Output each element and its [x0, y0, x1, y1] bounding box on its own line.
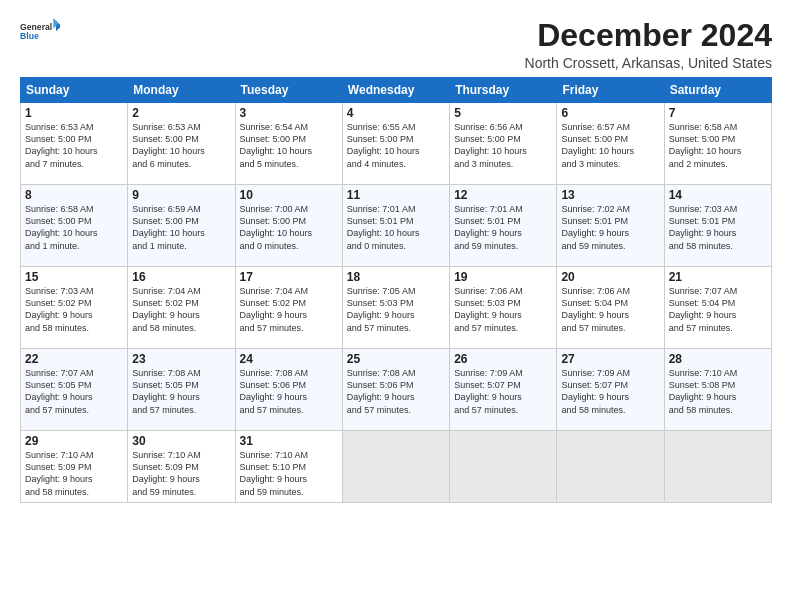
table-row: 14Sunrise: 7:03 AM Sunset: 5:01 PM Dayli… — [664, 185, 771, 267]
day-info: Sunrise: 6:54 AM Sunset: 5:00 PM Dayligh… — [240, 121, 338, 170]
day-number: 30 — [132, 434, 230, 448]
day-info: Sunrise: 6:55 AM Sunset: 5:00 PM Dayligh… — [347, 121, 445, 170]
day-number: 23 — [132, 352, 230, 366]
svg-text:Blue: Blue — [20, 31, 39, 41]
table-row: 3Sunrise: 6:54 AM Sunset: 5:00 PM Daylig… — [235, 103, 342, 185]
col-tuesday: Tuesday — [235, 78, 342, 103]
day-info: Sunrise: 6:56 AM Sunset: 5:00 PM Dayligh… — [454, 121, 552, 170]
table-row: 27Sunrise: 7:09 AM Sunset: 5:07 PM Dayli… — [557, 349, 664, 431]
day-info: Sunrise: 6:53 AM Sunset: 5:00 PM Dayligh… — [25, 121, 123, 170]
day-number: 25 — [347, 352, 445, 366]
table-row: 12Sunrise: 7:01 AM Sunset: 5:01 PM Dayli… — [450, 185, 557, 267]
table-row: 7Sunrise: 6:58 AM Sunset: 5:00 PM Daylig… — [664, 103, 771, 185]
day-info: Sunrise: 6:58 AM Sunset: 5:00 PM Dayligh… — [25, 203, 123, 252]
col-wednesday: Wednesday — [342, 78, 449, 103]
day-info: Sunrise: 7:10 AM Sunset: 5:08 PM Dayligh… — [669, 367, 767, 416]
table-row — [450, 431, 557, 503]
logo-icon: General Blue — [20, 18, 60, 46]
day-number: 14 — [669, 188, 767, 202]
day-number: 29 — [25, 434, 123, 448]
day-number: 26 — [454, 352, 552, 366]
table-row: 26Sunrise: 7:09 AM Sunset: 5:07 PM Dayli… — [450, 349, 557, 431]
table-row: 13Sunrise: 7:02 AM Sunset: 5:01 PM Dayli… — [557, 185, 664, 267]
svg-text:General: General — [20, 22, 52, 32]
day-number: 6 — [561, 106, 659, 120]
day-info: Sunrise: 7:08 AM Sunset: 5:06 PM Dayligh… — [347, 367, 445, 416]
day-number: 28 — [669, 352, 767, 366]
day-info: Sunrise: 7:03 AM Sunset: 5:02 PM Dayligh… — [25, 285, 123, 334]
col-saturday: Saturday — [664, 78, 771, 103]
header: General Blue December 2024 North Crosset… — [20, 18, 772, 71]
col-monday: Monday — [128, 78, 235, 103]
table-row: 10Sunrise: 7:00 AM Sunset: 5:00 PM Dayli… — [235, 185, 342, 267]
table-row: 20Sunrise: 7:06 AM Sunset: 5:04 PM Dayli… — [557, 267, 664, 349]
day-number: 9 — [132, 188, 230, 202]
table-row: 28Sunrise: 7:10 AM Sunset: 5:08 PM Dayli… — [664, 349, 771, 431]
table-row: 31Sunrise: 7:10 AM Sunset: 5:10 PM Dayli… — [235, 431, 342, 503]
day-number: 13 — [561, 188, 659, 202]
table-row: 11Sunrise: 7:01 AM Sunset: 5:01 PM Dayli… — [342, 185, 449, 267]
table-row — [557, 431, 664, 503]
day-info: Sunrise: 7:10 AM Sunset: 5:10 PM Dayligh… — [240, 449, 338, 498]
day-number: 21 — [669, 270, 767, 284]
day-number: 24 — [240, 352, 338, 366]
table-row: 6Sunrise: 6:57 AM Sunset: 5:00 PM Daylig… — [557, 103, 664, 185]
table-row: 23Sunrise: 7:08 AM Sunset: 5:05 PM Dayli… — [128, 349, 235, 431]
table-row: 9Sunrise: 6:59 AM Sunset: 5:00 PM Daylig… — [128, 185, 235, 267]
calendar-table: Sunday Monday Tuesday Wednesday Thursday… — [20, 77, 772, 503]
day-number: 16 — [132, 270, 230, 284]
day-number: 3 — [240, 106, 338, 120]
table-row: 16Sunrise: 7:04 AM Sunset: 5:02 PM Dayli… — [128, 267, 235, 349]
day-info: Sunrise: 7:08 AM Sunset: 5:06 PM Dayligh… — [240, 367, 338, 416]
table-row — [342, 431, 449, 503]
table-row: 29Sunrise: 7:10 AM Sunset: 5:09 PM Dayli… — [21, 431, 128, 503]
table-row — [664, 431, 771, 503]
day-info: Sunrise: 7:01 AM Sunset: 5:01 PM Dayligh… — [347, 203, 445, 252]
day-number: 27 — [561, 352, 659, 366]
day-number: 1 — [25, 106, 123, 120]
table-row: 18Sunrise: 7:05 AM Sunset: 5:03 PM Dayli… — [342, 267, 449, 349]
logo: General Blue — [20, 18, 60, 46]
day-info: Sunrise: 7:04 AM Sunset: 5:02 PM Dayligh… — [240, 285, 338, 334]
table-row: 4Sunrise: 6:55 AM Sunset: 5:00 PM Daylig… — [342, 103, 449, 185]
day-info: Sunrise: 6:57 AM Sunset: 5:00 PM Dayligh… — [561, 121, 659, 170]
day-info: Sunrise: 7:00 AM Sunset: 5:00 PM Dayligh… — [240, 203, 338, 252]
day-info: Sunrise: 7:01 AM Sunset: 5:01 PM Dayligh… — [454, 203, 552, 252]
table-row: 22Sunrise: 7:07 AM Sunset: 5:05 PM Dayli… — [21, 349, 128, 431]
table-row: 1Sunrise: 6:53 AM Sunset: 5:00 PM Daylig… — [21, 103, 128, 185]
day-number: 4 — [347, 106, 445, 120]
day-number: 11 — [347, 188, 445, 202]
table-row: 8Sunrise: 6:58 AM Sunset: 5:00 PM Daylig… — [21, 185, 128, 267]
day-info: Sunrise: 7:02 AM Sunset: 5:01 PM Dayligh… — [561, 203, 659, 252]
col-thursday: Thursday — [450, 78, 557, 103]
day-info: Sunrise: 7:09 AM Sunset: 5:07 PM Dayligh… — [454, 367, 552, 416]
table-row: 17Sunrise: 7:04 AM Sunset: 5:02 PM Dayli… — [235, 267, 342, 349]
day-number: 31 — [240, 434, 338, 448]
day-number: 17 — [240, 270, 338, 284]
day-number: 2 — [132, 106, 230, 120]
calendar-title: December 2024 — [525, 18, 772, 53]
table-row: 21Sunrise: 7:07 AM Sunset: 5:04 PM Dayli… — [664, 267, 771, 349]
day-info: Sunrise: 7:06 AM Sunset: 5:03 PM Dayligh… — [454, 285, 552, 334]
day-number: 20 — [561, 270, 659, 284]
day-info: Sunrise: 7:04 AM Sunset: 5:02 PM Dayligh… — [132, 285, 230, 334]
day-number: 8 — [25, 188, 123, 202]
table-row: 5Sunrise: 6:56 AM Sunset: 5:00 PM Daylig… — [450, 103, 557, 185]
day-info: Sunrise: 6:53 AM Sunset: 5:00 PM Dayligh… — [132, 121, 230, 170]
col-friday: Friday — [557, 78, 664, 103]
day-number: 10 — [240, 188, 338, 202]
day-number: 7 — [669, 106, 767, 120]
table-row: 15Sunrise: 7:03 AM Sunset: 5:02 PM Dayli… — [21, 267, 128, 349]
title-block: December 2024 North Crossett, Arkansas, … — [525, 18, 772, 71]
table-row: 19Sunrise: 7:06 AM Sunset: 5:03 PM Dayli… — [450, 267, 557, 349]
day-info: Sunrise: 7:03 AM Sunset: 5:01 PM Dayligh… — [669, 203, 767, 252]
day-info: Sunrise: 7:09 AM Sunset: 5:07 PM Dayligh… — [561, 367, 659, 416]
table-row: 25Sunrise: 7:08 AM Sunset: 5:06 PM Dayli… — [342, 349, 449, 431]
day-number: 18 — [347, 270, 445, 284]
table-row: 30Sunrise: 7:10 AM Sunset: 5:09 PM Dayli… — [128, 431, 235, 503]
day-number: 22 — [25, 352, 123, 366]
day-info: Sunrise: 6:58 AM Sunset: 5:00 PM Dayligh… — [669, 121, 767, 170]
table-row: 2Sunrise: 6:53 AM Sunset: 5:00 PM Daylig… — [128, 103, 235, 185]
day-info: Sunrise: 7:06 AM Sunset: 5:04 PM Dayligh… — [561, 285, 659, 334]
day-info: Sunrise: 7:07 AM Sunset: 5:04 PM Dayligh… — [669, 285, 767, 334]
